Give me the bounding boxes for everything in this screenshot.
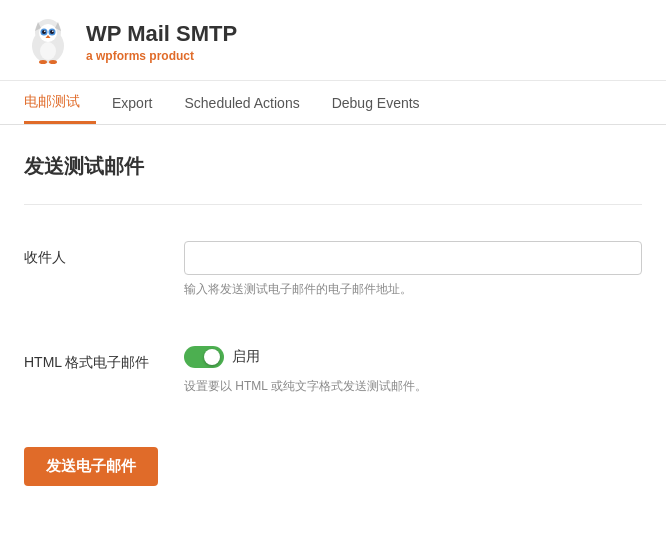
header: WP Mail SMTP a wpforms product (0, 0, 666, 81)
html-format-label: HTML 格式电子邮件 (24, 346, 184, 372)
tab-scheduled-actions[interactable]: Scheduled Actions (168, 83, 315, 124)
page-wrapper: WP Mail SMTP a wpforms product 电邮测试 Expo… (0, 0, 666, 542)
logo-icon (24, 18, 72, 66)
divider (24, 204, 642, 205)
recipient-control: 输入将发送测试电子邮件的电子邮件地址。 (184, 241, 642, 298)
form-row-recipient: 收件人 输入将发送测试电子邮件的电子邮件地址。 (24, 229, 642, 310)
app-title: WP Mail SMTP (86, 21, 237, 47)
svg-point-12 (40, 42, 56, 60)
tab-export[interactable]: Export (96, 83, 168, 124)
html-format-hint: 设置要以 HTML 或纯文字格式发送测试邮件。 (184, 378, 642, 395)
logo-text: WP Mail SMTP a wpforms product (86, 21, 237, 63)
svg-point-7 (42, 30, 46, 34)
toggle-track (184, 346, 224, 368)
toggle-thumb (204, 349, 220, 365)
svg-point-13 (39, 60, 47, 64)
tab-debug-events[interactable]: Debug Events (316, 83, 436, 124)
svg-point-9 (44, 30, 46, 32)
recipient-label: 收件人 (24, 241, 184, 267)
section-title: 发送测试邮件 (24, 153, 642, 180)
svg-point-8 (50, 30, 54, 34)
app-subtitle: a wpforms product (86, 49, 237, 63)
recipient-hint: 输入将发送测试电子邮件的电子邮件地址。 (184, 281, 642, 298)
svg-point-10 (52, 30, 54, 32)
html-toggle[interactable] (184, 346, 224, 368)
form-row-html-format: HTML 格式电子邮件 启用 设置要以 HTML 或纯文字格式发送测试邮件。 (24, 334, 642, 407)
main-content: 发送测试邮件 收件人 输入将发送测试电子邮件的电子邮件地址。 HTML 格式电子… (0, 125, 666, 518)
recipient-input[interactable] (184, 241, 642, 275)
send-button[interactable]: 发送电子邮件 (24, 447, 158, 486)
tab-email-test[interactable]: 电邮测试 (24, 81, 96, 124)
html-format-control: 启用 设置要以 HTML 或纯文字格式发送测试邮件。 (184, 346, 642, 395)
brand-name: wpforms (96, 49, 146, 63)
nav-tabs: 电邮测试 Export Scheduled Actions Debug Even… (0, 81, 666, 125)
toggle-wrap: 启用 (184, 346, 642, 368)
svg-point-14 (49, 60, 57, 64)
toggle-label: 启用 (232, 348, 260, 366)
